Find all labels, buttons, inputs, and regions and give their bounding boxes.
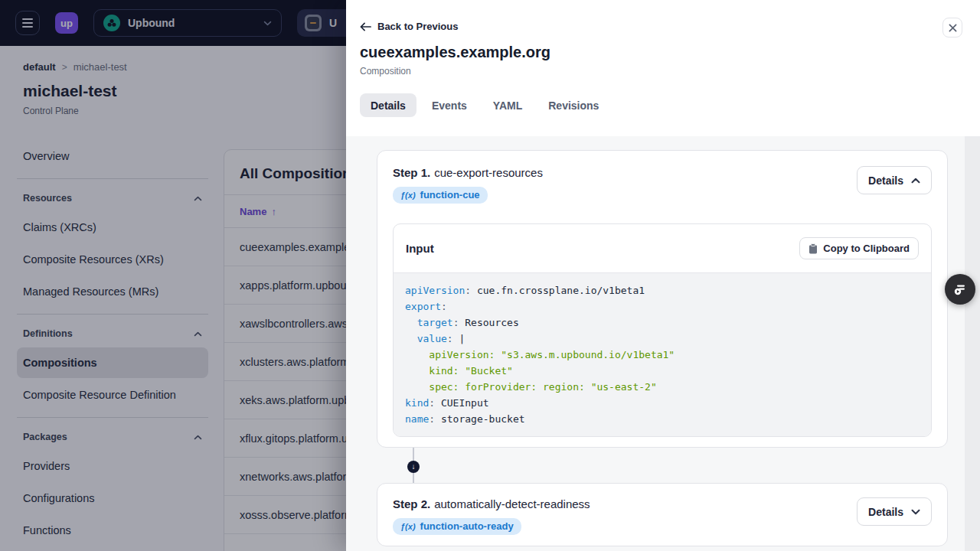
copy-to-clipboard-button[interactable]: Copy to Clipboard <box>799 237 919 259</box>
chevron-down-icon <box>911 509 920 515</box>
step-1-title: Step 1.cue-export-resources <box>393 166 543 180</box>
back-to-previous-link[interactable]: Back to Previous <box>360 21 459 32</box>
step-2-title: Step 2.automatically-detect-readiness <box>393 497 590 511</box>
close-icon <box>949 24 957 32</box>
back-arrow-icon <box>360 22 371 31</box>
panel-content: Step 1.cue-export-resources ƒ(x) functio… <box>346 136 980 551</box>
clipboard-icon <box>808 243 818 254</box>
close-button[interactable] <box>942 18 962 37</box>
step-1-card: Step 1.cue-export-resources ƒ(x) functio… <box>377 150 948 448</box>
function-icon: ƒ(x) <box>400 522 416 531</box>
step-2-card: Step 2.automatically-detect-readiness ƒ(… <box>377 483 948 546</box>
step-1-details-button[interactable]: Details <box>857 166 932 194</box>
feedback-widget-button[interactable] <box>945 274 975 305</box>
input-heading: Input <box>406 242 434 255</box>
tab-yaml[interactable]: YAML <box>482 93 533 117</box>
feedback-list-icon <box>952 282 968 297</box>
panel-subtitle: Composition <box>360 66 966 77</box>
tab-revisions[interactable]: Revisions <box>537 93 609 117</box>
function-badge-label: function-cue <box>420 189 480 201</box>
input-card: Input Copy to Clipboard apiVersion: cue.… <box>393 223 932 437</box>
step-connector: ↓ <box>377 448 948 483</box>
composition-detail-panel: Back to Previous cueexamples.example.org… <box>346 0 980 551</box>
tab-details[interactable]: Details <box>360 93 416 117</box>
step-2-details-button[interactable]: Details <box>857 497 932 526</box>
panel-header: Back to Previous cueexamples.example.org… <box>346 0 980 117</box>
step-2-function-badge[interactable]: ƒ(x) function-auto-ready <box>393 518 521 535</box>
code-block[interactable]: apiVersion: cue.fn.crossplane.io/v1beta1… <box>394 272 931 436</box>
chevron-up-icon <box>911 178 920 184</box>
function-badge-label: function-auto-ready <box>420 520 514 532</box>
scrollbar-track[interactable] <box>965 136 980 551</box>
panel-title: cueexamples.example.org <box>360 44 966 61</box>
tab-events[interactable]: Events <box>421 93 478 117</box>
arrow-down-icon: ↓ <box>407 461 420 473</box>
step-1-function-badge[interactable]: ƒ(x) function-cue <box>393 187 488 204</box>
function-icon: ƒ(x) <box>400 191 416 200</box>
tab-bar: DetailsEventsYAMLRevisions <box>360 93 966 117</box>
back-label: Back to Previous <box>377 21 459 32</box>
